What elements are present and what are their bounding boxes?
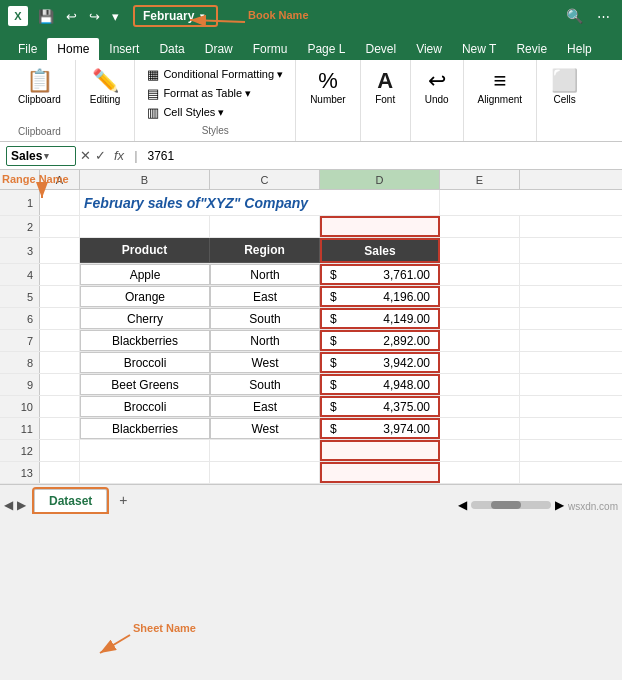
prev-sheet-icon[interactable]: ◀ — [4, 498, 13, 512]
cell-c7[interactable]: North — [210, 330, 320, 351]
cell-c10[interactable]: East — [210, 396, 320, 417]
editing-button[interactable]: ✏️ Editing — [84, 66, 127, 109]
cell-a3[interactable] — [40, 238, 80, 263]
cell-e11[interactable] — [440, 418, 520, 439]
cell-a11[interactable] — [40, 418, 80, 439]
cell-a2[interactable] — [40, 216, 80, 237]
cell-c11[interactable]: West — [210, 418, 320, 439]
number-button[interactable]: % Number — [304, 66, 352, 109]
undo-btn[interactable]: ↩ — [62, 7, 81, 26]
cell-b11[interactable]: Blackberries — [80, 418, 210, 439]
customize-btn[interactable]: ▾ — [108, 7, 123, 26]
cell-e12[interactable] — [440, 440, 520, 461]
col-header-b[interactable]: B — [80, 170, 210, 189]
confirm-formula-icon[interactable]: ✓ — [95, 148, 106, 163]
cell-b2[interactable] — [80, 216, 210, 237]
cell-c6[interactable]: South — [210, 308, 320, 329]
cell-d9[interactable]: $4,948.00 — [320, 374, 440, 395]
workbook-name-button[interactable]: February — [133, 5, 218, 27]
cell-e6[interactable] — [440, 308, 520, 329]
cell-b5[interactable]: Orange — [80, 286, 210, 307]
cell-d7[interactable]: $2,892.00 — [320, 330, 440, 351]
cell-b7[interactable]: Blackberries — [80, 330, 210, 351]
cell-d6[interactable]: $4,149.00 — [320, 308, 440, 329]
cell-a9[interactable] — [40, 374, 80, 395]
tab-data[interactable]: Data — [149, 38, 194, 60]
cell-d4[interactable]: $3,761.00 — [320, 264, 440, 285]
cell-e5[interactable] — [440, 286, 520, 307]
tab-page-layout[interactable]: Page L — [297, 38, 355, 60]
cell-a5[interactable] — [40, 286, 80, 307]
col-header-a[interactable]: A — [40, 170, 80, 189]
cell-b6[interactable]: Cherry — [80, 308, 210, 329]
cell-e13[interactable] — [440, 462, 520, 483]
cell-c9[interactable]: South — [210, 374, 320, 395]
cell-a7[interactable] — [40, 330, 80, 351]
cell-c13[interactable] — [210, 462, 320, 483]
name-box-dropdown-icon[interactable]: ▾ — [44, 151, 49, 161]
col-header-d[interactable]: D — [320, 170, 440, 189]
formula-input[interactable]: 3761 — [144, 149, 616, 163]
cell-b4[interactable]: Apple — [80, 264, 210, 285]
cell-b8[interactable]: Broccoli — [80, 352, 210, 373]
redo-btn[interactable]: ↪ — [85, 7, 104, 26]
cell-a12[interactable] — [40, 440, 80, 461]
minimize-icon[interactable]: ⋯ — [593, 7, 614, 26]
alignment-button[interactable]: ≡ Alignment — [472, 66, 528, 109]
add-sheet-button[interactable]: + — [109, 488, 137, 512]
format-as-table-button[interactable]: ▤ Format as Table ▾ — [143, 85, 287, 102]
tab-draw[interactable]: Draw — [195, 38, 243, 60]
cell-e2[interactable] — [440, 216, 520, 237]
cell-e10[interactable] — [440, 396, 520, 417]
tab-review[interactable]: Revie — [506, 38, 557, 60]
search-icon[interactable]: 🔍 — [562, 6, 587, 26]
cell-d2[interactable] — [320, 216, 440, 237]
cell-a1[interactable] — [40, 190, 80, 215]
cell-b10[interactable]: Broccoli — [80, 396, 210, 417]
col-header-c[interactable]: C — [210, 170, 320, 189]
next-sheet-icon[interactable]: ▶ — [17, 498, 26, 512]
cell-a13[interactable] — [40, 462, 80, 483]
cell-d5[interactable]: $4,196.00 — [320, 286, 440, 307]
cell-d12[interactable] — [320, 440, 440, 461]
cell-b3[interactable]: Product — [80, 238, 210, 263]
cells-button[interactable]: ⬜ Cells — [545, 66, 584, 109]
tab-home[interactable]: Home — [47, 38, 99, 60]
cell-b9[interactable]: Beet Greens — [80, 374, 210, 395]
cell-e4[interactable] — [440, 264, 520, 285]
cell-d3[interactable]: Sales — [320, 238, 440, 263]
cell-c2[interactable] — [210, 216, 320, 237]
cell-b12[interactable] — [80, 440, 210, 461]
cell-c12[interactable] — [210, 440, 320, 461]
cell-d10[interactable]: $4,375.00 — [320, 396, 440, 417]
cell-a8[interactable] — [40, 352, 80, 373]
cell-c8[interactable]: West — [210, 352, 320, 373]
scroll-left-icon[interactable]: ◀ — [458, 498, 467, 512]
sheet-tab-dataset[interactable]: Dataset — [34, 489, 107, 512]
tab-developer[interactable]: Devel — [355, 38, 406, 60]
scroll-right-icon[interactable]: ▶ — [555, 498, 564, 512]
undo-button[interactable]: ↩ Undo — [419, 66, 455, 109]
horizontal-scrollbar[interactable] — [471, 501, 551, 509]
clipboard-button[interactable]: 📋 Clipboard — [12, 66, 67, 109]
tab-new-t[interactable]: New T — [452, 38, 506, 60]
tab-formulas[interactable]: Formu — [243, 38, 298, 60]
conditional-formatting-button[interactable]: ▦ Conditional Formatting ▾ — [143, 66, 287, 83]
cell-e7[interactable] — [440, 330, 520, 351]
cell-b13[interactable] — [80, 462, 210, 483]
save-btn[interactable]: 💾 — [34, 7, 58, 26]
cancel-formula-icon[interactable]: ✕ — [80, 148, 91, 163]
font-button[interactable]: A Font — [369, 66, 401, 109]
cell-e3[interactable] — [440, 238, 520, 263]
cell-d8[interactable]: $3,942.00 — [320, 352, 440, 373]
cell-a4[interactable] — [40, 264, 80, 285]
cell-c4[interactable]: North — [210, 264, 320, 285]
tab-file[interactable]: File — [8, 38, 47, 60]
cell-d13[interactable] — [320, 462, 440, 483]
cell-c5[interactable]: East — [210, 286, 320, 307]
cell-e8[interactable] — [440, 352, 520, 373]
cell-e9[interactable] — [440, 374, 520, 395]
name-box[interactable]: Sales ▾ — [6, 146, 76, 166]
cell-a6[interactable] — [40, 308, 80, 329]
tab-insert[interactable]: Insert — [99, 38, 149, 60]
